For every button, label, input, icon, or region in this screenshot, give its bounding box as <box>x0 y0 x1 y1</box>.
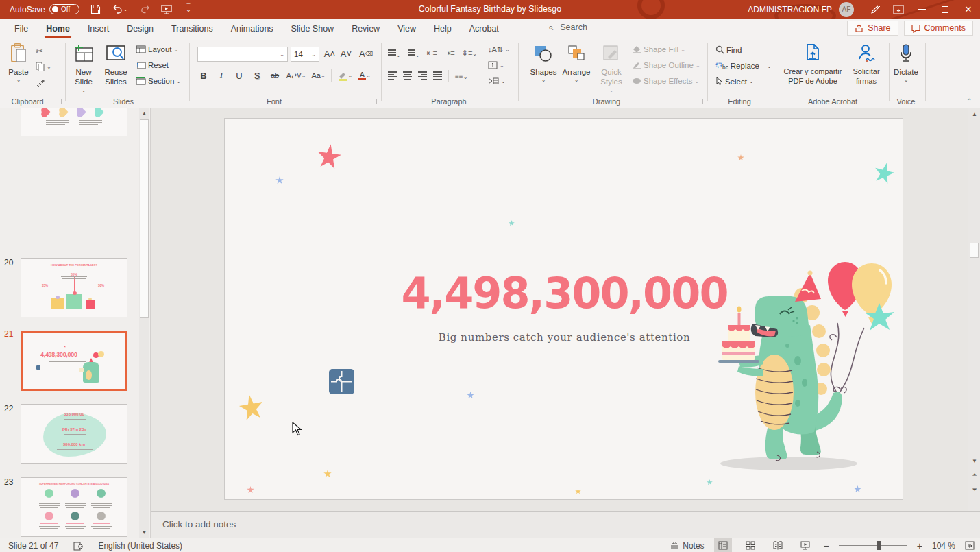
reset-button[interactable]: Reset <box>136 61 169 69</box>
font-dialog-launcher[interactable] <box>371 99 376 104</box>
clear-formatting-button[interactable]: A⌫ <box>359 47 373 60</box>
drawing-dialog-launcher[interactable] <box>698 99 702 104</box>
scroll-down-icon[interactable]: ▼ <box>968 455 980 466</box>
zoom-slider[interactable] <box>839 545 907 546</box>
reuse-slides-button[interactable]: Reuse Slides <box>101 43 131 87</box>
shadow-button[interactable]: S <box>251 69 263 82</box>
reading-view-button[interactable] <box>769 538 787 552</box>
zoom-level[interactable]: 104 % <box>932 541 955 551</box>
next-slide-button[interactable]: ⏷ <box>968 484 980 495</box>
slide-thumbnail-20[interactable]: HOW ABOUT THE PERCENTAGES? 55% 35% 30% <box>21 258 127 317</box>
share-button[interactable]: Share <box>847 21 898 36</box>
tab-file[interactable]: File <box>5 19 37 40</box>
increase-font-size-button[interactable]: A˄ <box>323 47 336 60</box>
tab-acrobat[interactable]: Acrobat <box>461 19 508 40</box>
slide-counter[interactable]: Slide 21 of 47 <box>8 541 58 551</box>
current-slide[interactable]: 4,498,300,000 Big numbers catch your aud… <box>224 118 903 500</box>
clipboard-dialog-launcher[interactable] <box>56 99 61 104</box>
text-direction-button[interactable]: ↓A⇅⌄ <box>488 45 510 54</box>
collapse-ribbon-button[interactable]: ⌃ <box>966 97 972 105</box>
text-highlight-button[interactable]: ⌄ <box>337 69 353 82</box>
arrange-button[interactable]: Arrange⌄ <box>561 43 592 84</box>
italic-button[interactable]: I <box>215 69 228 82</box>
shapes-button[interactable]: Shapes⌄ <box>528 43 559 84</box>
thumbnail-scrollbar[interactable]: ▲ ▼ <box>139 108 149 538</box>
slide-thumbnail-21-selected[interactable]: 4,498,300,000 <box>21 331 127 391</box>
slide-thumbnail-19[interactable] <box>21 108 127 136</box>
fit-slide-to-window-icon[interactable] <box>965 541 975 550</box>
puzzle-addin-icon[interactable] <box>329 369 354 394</box>
editor-scrollbar-thumb[interactable] <box>970 243 979 258</box>
copy-button[interactable]: ⌄ <box>36 62 51 71</box>
tab-design[interactable]: Design <box>118 19 162 40</box>
tab-view[interactable]: View <box>389 19 425 40</box>
search-box[interactable]: ⌕ Search <box>548 22 587 33</box>
accessibility-checker-icon[interactable] <box>73 541 83 551</box>
underline-button[interactable]: U <box>233 69 245 82</box>
convert-smartart-button[interactable]: ⌄ <box>488 77 506 85</box>
comments-button[interactable]: Comments <box>904 21 973 36</box>
tab-slideshow[interactable]: Slide Show <box>282 19 343 40</box>
undo-icon[interactable]: ⌄ <box>111 3 129 16</box>
bullets-button[interactable]: ⌄ <box>388 48 401 58</box>
new-slide-button[interactable]: New Slide⌄ <box>69 43 98 94</box>
editor-canvas[interactable]: 4,498,300,000 Big numbers catch your aud… <box>151 108 968 511</box>
notes-pane[interactable]: Click to add notes <box>151 511 980 538</box>
font-color-button[interactable]: A⌄ <box>358 69 371 82</box>
align-text-button[interactable]: ⌄ <box>488 61 504 69</box>
cut-button[interactable]: ✂⌄ <box>36 46 50 56</box>
tab-animations[interactable]: Animations <box>222 19 282 40</box>
create-pdf-button[interactable]: Crear y compartir PDF de Adobe <box>779 43 847 86</box>
zoom-in-button[interactable]: + <box>917 540 922 551</box>
align-center-button[interactable] <box>403 70 412 82</box>
autosave-switch[interactable]: Off <box>49 4 79 14</box>
slideshow-view-button[interactable] <box>796 538 814 552</box>
tab-home[interactable]: Home <box>37 19 79 40</box>
thumbnail-scroll-down-icon[interactable]: ▼ <box>139 527 149 538</box>
zoom-slider-thumb[interactable] <box>877 541 881 550</box>
paste-button[interactable]: Paste⌄ <box>7 43 30 84</box>
character-spacing-button[interactable]: A⇄V⌄ <box>286 69 306 82</box>
request-signatures-button[interactable]: Solicitar firmas <box>847 43 885 86</box>
justify-button[interactable] <box>433 70 442 82</box>
tab-help[interactable]: Help <box>425 19 461 40</box>
replace-button[interactable]: ⮔bc Replace⌄ <box>715 61 772 71</box>
decrease-font-size-button[interactable]: A˅ <box>340 47 352 60</box>
bold-button[interactable]: B <box>197 69 210 82</box>
editor-scrollbar[interactable]: ▲ ▼ ⏶ ⏷ <box>968 108 980 511</box>
notes-toggle-button[interactable]: Notes <box>670 541 704 551</box>
inking-pen-icon[interactable] <box>863 0 887 19</box>
ribbon-display-options-icon[interactable] <box>887 0 910 19</box>
format-painter-button[interactable] <box>36 77 45 87</box>
columns-button[interactable]: ≡≡⌄ <box>455 73 467 80</box>
save-icon[interactable] <box>89 3 101 16</box>
strikethrough-button[interactable]: ab <box>269 69 281 82</box>
avatar[interactable]: AF <box>839 2 854 17</box>
align-left-button[interactable] <box>388 70 397 82</box>
autosave-toggle[interactable]: AutoSave Off <box>10 4 79 14</box>
change-case-button[interactable]: Aa⌄ <box>311 69 325 82</box>
start-slideshow-icon[interactable] <box>160 3 173 16</box>
increase-indent-button[interactable]: ⇥≡ <box>444 49 455 58</box>
select-button[interactable]: Select⌄ <box>715 77 754 86</box>
section-button[interactable]: Section⌄ <box>136 77 181 85</box>
align-right-button[interactable] <box>418 70 427 82</box>
tab-transitions[interactable]: Transitions <box>162 19 222 40</box>
font-name-combo[interactable]: ⌄ <box>197 47 288 62</box>
minimize-button[interactable] <box>910 0 933 19</box>
paragraph-dialog-launcher[interactable] <box>510 99 515 104</box>
line-spacing-button[interactable]: ⇕≡⌄ <box>462 49 477 58</box>
previous-slide-button[interactable]: ⏶ <box>968 469 980 480</box>
find-button[interactable]: Find <box>715 45 742 54</box>
zoom-out-button[interactable]: − <box>824 540 829 551</box>
slide-thumbnail-23[interactable]: SUPERHEROES, REINFORCING CONCEPTS IS A G… <box>21 477 127 537</box>
slide-sorter-view-button[interactable] <box>742 538 759 552</box>
normal-view-button[interactable] <box>714 538 732 552</box>
slide-thumbnail-22[interactable]: 333,000.00 24h 37m 23s 386,000 km <box>21 404 127 464</box>
tab-insert[interactable]: Insert <box>79 19 118 40</box>
thumbnail-scroll-up-icon[interactable]: ▲ <box>139 108 149 119</box>
layout-button[interactable]: Layout⌄ <box>136 45 178 53</box>
customize-quick-access-icon[interactable]: ⌄¯ <box>182 3 195 16</box>
dictate-button[interactable]: Dictate⌄ <box>891 43 921 84</box>
account-name[interactable]: ADMINISTRACION FP <box>748 5 832 14</box>
